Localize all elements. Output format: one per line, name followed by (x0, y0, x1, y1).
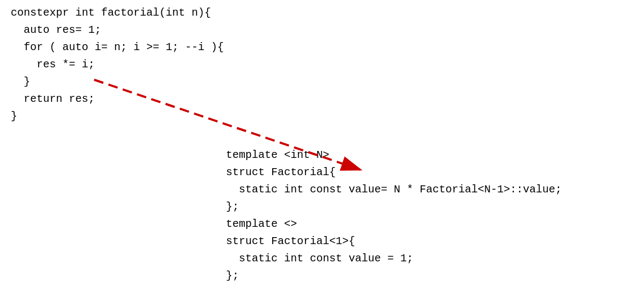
code-line-b3: static int const value= N * Factorial<N-… (226, 181, 562, 198)
code-line-b1: template <int N> (226, 147, 562, 164)
code-line-1: constexpr int factorial(int n){ (11, 4, 224, 22)
code-line-b9: }; (226, 267, 562, 285)
code-line-5: } (11, 73, 224, 91)
code-line-3: for ( auto i= n; i >= 1; --i ){ (11, 39, 224, 56)
code-line-b2: struct Factorial{ (226, 164, 562, 181)
code-line-b8: static int const value = 1; (226, 250, 562, 267)
code-line-6: return res; (11, 91, 224, 108)
code-line-2: auto res= 1; (11, 22, 224, 39)
code-line-4: res *= i; (11, 56, 224, 73)
bottom-code-block: template <int N> struct Factorial{ stati… (226, 147, 562, 285)
code-line-b4: }; (226, 198, 562, 216)
code-line-7: } (11, 108, 224, 125)
code-line-b6: template <> (226, 216, 562, 233)
top-code-block: constexpr int factorial(int n){ auto res… (11, 4, 224, 125)
code-line-b7: struct Factorial<1>{ (226, 233, 562, 250)
